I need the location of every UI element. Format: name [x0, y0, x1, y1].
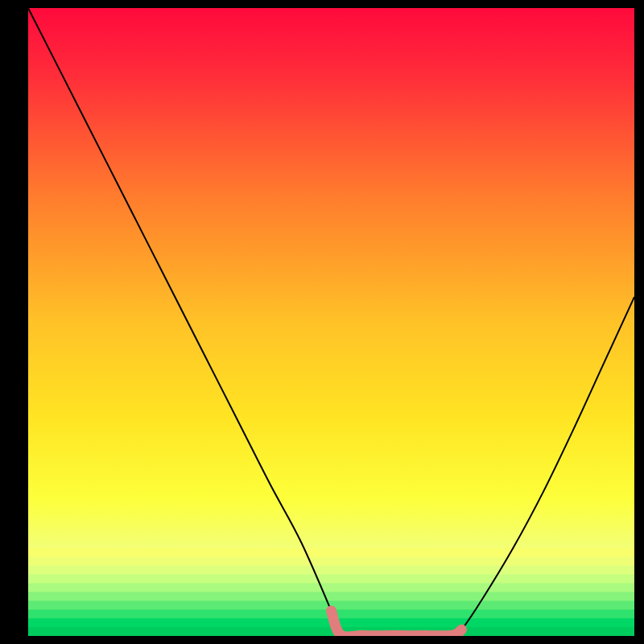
mask-left: [0, 0, 28, 644]
mask-bottom: [0, 636, 644, 644]
mask-top: [0, 0, 644, 8]
svg-rect-5: [28, 592, 634, 601]
svg-rect-2: [28, 566, 634, 575]
gradient-background: [28, 8, 634, 636]
mask-right: [634, 0, 644, 644]
svg-rect-0: [28, 548, 634, 557]
svg-rect-1: [28, 557, 634, 566]
svg-rect-4: [28, 583, 634, 592]
svg-rect-3: [28, 575, 634, 584]
bottleneck-curve-chart: [0, 0, 644, 644]
chart-container: TheBottleneck.com: [0, 0, 644, 644]
